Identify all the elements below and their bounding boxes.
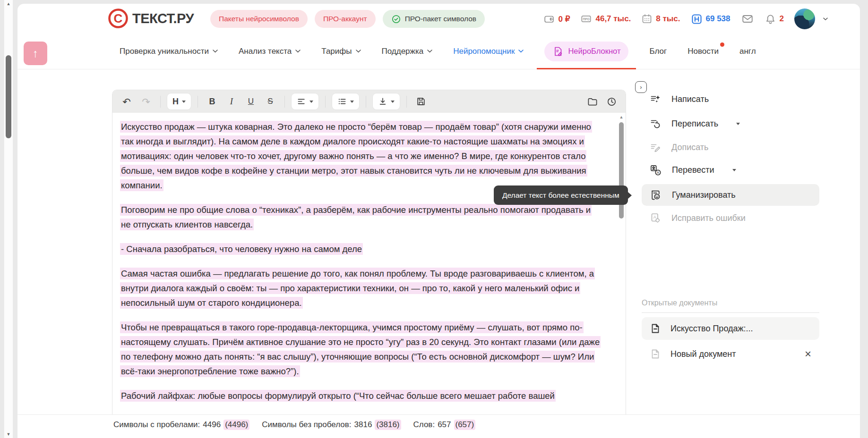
caret-down-icon <box>736 123 740 125</box>
sidebar-item-translate[interactable]: A Перевести <box>642 160 819 180</box>
download-dropdown[interactable] <box>373 93 400 110</box>
notifications[interactable]: 2 <box>765 13 784 25</box>
nav-label: Поддержка <box>382 47 424 56</box>
badge-label: Пакеты нейросимволов <box>219 15 299 23</box>
badge-neuro-packages[interactable]: Пакеты нейросимволов <box>210 10 308 28</box>
heading-dropdown[interactable]: H <box>167 93 191 110</box>
neuro-symbols-value: 69 538 <box>706 14 730 24</box>
page-scrollbar[interactable]: ▲ ▼ <box>4 0 13 438</box>
document-icon <box>650 348 661 360</box>
word-count: Слов: 657 (657) <box>413 420 476 430</box>
scrollbar-down-icon[interactable]: ▼ <box>4 432 13 437</box>
pro-chars-value: 46,7 тыс. <box>595 14 631 24</box>
nav-tariffs[interactable]: Тарифы <box>321 33 361 69</box>
neuro-symbols-icon <box>691 13 703 25</box>
underline-button[interactable]: U <box>243 93 258 110</box>
rewrite-icon <box>650 118 661 129</box>
wallet-icon <box>543 13 555 25</box>
nav-neuro-assistant[interactable]: Нейропомощник <box>453 33 524 69</box>
badge-label: ПРО-пакет символов <box>405 15 476 23</box>
save-button[interactable] <box>413 93 429 110</box>
document-tab-label: Новый документ <box>670 349 736 359</box>
editor-scrollbar-up-icon[interactable]: ▲ <box>618 115 625 119</box>
chevron-down-icon <box>295 50 301 53</box>
neuro-notebook-badge: НейроБлокнот <box>544 42 628 61</box>
nav-blog[interactable]: Блог <box>649 33 667 69</box>
paragraph: Поговорим не про общие слова о “техниках… <box>120 202 602 232</box>
badge-pro-account[interactable]: ПРО-аккаунт <box>315 10 376 28</box>
paragraph: Рабочий лайфхак: любые вопросы формулиру… <box>120 388 602 403</box>
balance-value: 0 ₽ <box>558 14 570 24</box>
nav-news[interactable]: Новости <box>688 33 719 69</box>
pro-chars-stat[interactable]: ПРО 46,7 тыс. <box>580 13 631 25</box>
scrollbar-up-icon[interactable]: ▲ <box>4 1 13 6</box>
paragraph: Искусство продаж — штука коварная. Это д… <box>120 119 602 193</box>
nav-label: Тарифы <box>321 47 352 56</box>
sidebar-item-label: Переписать <box>671 119 718 129</box>
nav-neuro-notebook[interactable]: НейроБлокнот <box>544 33 628 69</box>
sidebar-item-append[interactable]: Дописать <box>642 137 819 158</box>
main-nav: Проверка уникальности Анализ текста Тари… <box>120 33 756 69</box>
nav-uniqueness-check[interactable]: Проверка уникальности <box>120 33 218 69</box>
list-dropdown[interactable] <box>332 93 359 110</box>
svg-text:A: A <box>653 215 656 219</box>
page-scrollbar-thumb[interactable] <box>6 55 11 138</box>
notifications-count: 2 <box>780 14 784 24</box>
account-chevron-down-icon[interactable] <box>822 15 829 23</box>
sidebar-item-label: Перевести <box>672 165 714 175</box>
chars-with-spaces: Символы с пробелами: 4496 (4496) <box>113 420 249 430</box>
sidebar-item-rewrite[interactable]: Переписать <box>642 113 819 134</box>
sidebar-item-label: Исправить ошибки <box>671 213 746 223</box>
write-sparkle-icon <box>650 93 661 105</box>
undo-button[interactable]: ↶ <box>119 93 134 110</box>
sidebar-item-label: Написать <box>671 94 709 104</box>
scroll-top-button[interactable]: ↑ <box>24 42 47 65</box>
sidebar-item-humanize[interactable]: Гуманизировать <box>642 184 819 206</box>
humanize-tooltip: Делает текст более естественным <box>494 185 628 205</box>
highlighted-count: (4496) <box>223 420 249 430</box>
badge-pro-symbols[interactable]: ПРО-пакет символов <box>383 10 485 28</box>
chevron-down-icon <box>427 50 432 53</box>
toolbar-divider <box>366 96 366 108</box>
nav-label: Проверка уникальности <box>120 47 209 56</box>
nav-label: НейроБлокнот <box>568 47 620 56</box>
calendar-icon <box>641 13 653 25</box>
site-logo[interactable]: С ТЕКСТ.РУ <box>108 8 194 29</box>
svg-text:A: A <box>657 170 659 175</box>
user-avatar[interactable] <box>794 8 815 29</box>
balance-stat[interactable]: 0 ₽ <box>543 13 570 25</box>
chevron-down-icon <box>356 50 361 53</box>
italic-button[interactable]: I <box>224 93 239 110</box>
nav-label: Новости <box>688 47 719 56</box>
highlighted-count: (657) <box>454 420 476 430</box>
open-document-button[interactable] <box>584 93 600 110</box>
sidebar-item-fix-errors[interactable]: A Исправить ошибки <box>642 208 819 228</box>
document-tab-new[interactable]: Новый документ × <box>642 344 819 364</box>
sidebar-item-write[interactable]: Написать <box>642 89 819 110</box>
nav-text-analysis[interactable]: Анализ текста <box>239 33 301 69</box>
folder-icon <box>587 96 598 107</box>
align-dropdown[interactable] <box>292 93 318 110</box>
caret-down-icon <box>309 101 313 103</box>
editor-content[interactable]: Искусство продаж — штука коварная. Это д… <box>112 113 626 414</box>
tooltip-text: Делает текст более естественным <box>502 191 619 200</box>
daily-limit-stat[interactable]: 8 тыс. <box>641 13 680 25</box>
toolbar-divider <box>284 96 285 108</box>
bold-button[interactable]: B <box>205 93 220 110</box>
strikethrough-button[interactable]: S <box>263 93 278 110</box>
nav-language-switch[interactable]: англ <box>739 33 756 69</box>
history-button[interactable] <box>604 93 619 110</box>
nav-support[interactable]: Поддержка <box>382 33 433 69</box>
mail-icon[interactable] <box>741 13 754 25</box>
daily-limit-value: 8 тыс. <box>656 14 680 24</box>
chevron-down-icon <box>518 50 524 53</box>
open-documents-title: Открытые документы <box>642 299 819 313</box>
nav-label: англ <box>739 47 756 56</box>
append-pencil-icon <box>650 142 661 153</box>
redo-button[interactable]: ↷ <box>138 93 154 110</box>
close-icon[interactable]: × <box>805 348 811 360</box>
document-tab-sales-art[interactable]: Искусство Продаж:... <box>642 317 819 340</box>
fix-errors-icon: A <box>650 212 661 224</box>
logo-mark-icon: С <box>108 8 129 29</box>
neuro-symbols-stat[interactable]: 69 538 <box>691 13 730 25</box>
